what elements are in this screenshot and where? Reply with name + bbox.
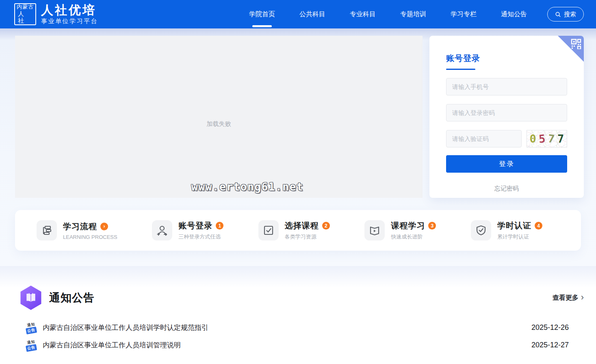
nav-item-notices[interactable]: 通知公告 bbox=[501, 0, 527, 28]
captcha-digit: 7 bbox=[557, 133, 564, 144]
logo-text: 人社优培 事业单位学习平台 bbox=[41, 3, 98, 25]
banner-placeholder: 加载失败 www.ertong61.net bbox=[15, 36, 423, 198]
page: 内蒙古 人社 人社优培 事业单位学习平台 学院首页 公共科目 专业科目 专题培训 bbox=[0, 0, 596, 364]
nav-item-home[interactable]: 学院首页 bbox=[249, 0, 275, 28]
step-title: 学习流程 bbox=[63, 221, 97, 232]
site-subtitle: 事业单位学习平台 bbox=[41, 17, 98, 25]
nav-item-study-column[interactable]: 学习专栏 bbox=[451, 0, 477, 28]
notice-list: 通知 公告 内蒙古自治区事业单位工作人员培训学时认定规范指引 2025-12-2… bbox=[0, 319, 596, 354]
step-choose-course[interactable]: 选择课程 2 各类学习资源 bbox=[258, 220, 330, 240]
login-title: 账号登录 bbox=[446, 53, 567, 64]
login-button[interactable]: 登录 bbox=[446, 155, 567, 173]
nav-label: 专业科目 bbox=[350, 10, 376, 19]
captcha-digit: 7 bbox=[548, 133, 555, 145]
captcha-image[interactable]: 0 5 7 7 bbox=[527, 130, 567, 147]
nav-label: 专题培训 bbox=[400, 10, 426, 19]
step-subtitle: 各类学习资源 bbox=[285, 233, 330, 240]
top-navbar: 内蒙古 人社 人社优培 事业单位学习平台 学院首页 公共科目 专业科目 专题培训 bbox=[0, 0, 596, 28]
main-area: 加载失败 www.ertong61.net bbox=[0, 28, 596, 266]
step-number-badge: 1 bbox=[216, 222, 223, 230]
nav-item-special-training[interactable]: 专题培训 bbox=[400, 0, 426, 28]
view-more-label: 查看更多 bbox=[553, 294, 579, 302]
shield-check-icon bbox=[471, 220, 491, 240]
step-hours-certification[interactable]: 学时认证 4 累计学时认证 bbox=[471, 220, 542, 240]
step-subtitle: 累计学时认证 bbox=[497, 233, 542, 240]
step-title: 账号登录 bbox=[178, 220, 212, 231]
search-button[interactable]: 搜索 bbox=[547, 7, 584, 22]
notice-item-title: 内蒙古自治区事业单位工作人员培训学时认定规范指引 bbox=[43, 323, 208, 332]
seal-logo: 内蒙古 人社 bbox=[14, 3, 36, 25]
notice-section: 通知公告 查看更多 › 通知 公告 内蒙古自治区事业单位工作人员培训学时认定规范… bbox=[0, 266, 596, 364]
open-book-icon bbox=[19, 286, 43, 310]
qr-code-icon[interactable] bbox=[571, 39, 581, 49]
step-subtitle: 快速成长进阶 bbox=[391, 233, 436, 240]
step-title: 学时认证 bbox=[497, 220, 531, 231]
active-underline bbox=[252, 25, 272, 27]
notice-stamp-icon: 通知 公告 bbox=[25, 338, 38, 351]
step-learning-process[interactable]: 学习流程 › LEARNING PROCESS bbox=[37, 220, 117, 240]
nav-item-professional-subjects[interactable]: 专业科目 bbox=[350, 0, 376, 28]
notice-item-date: 2025-12-26 bbox=[531, 323, 569, 332]
site-title: 人社优培 bbox=[41, 3, 98, 17]
notice-item[interactable]: 通知 公告 内蒙古自治区事业单位工作人员培训学时认定规范指引 2025-12-2… bbox=[0, 319, 596, 336]
load-failed-text: 加载失败 bbox=[207, 120, 231, 128]
captcha-digit: 0 bbox=[530, 133, 536, 144]
notice-item-title: 内蒙古自治区事业单位工作人员培训管理说明 bbox=[43, 340, 181, 350]
step-account-login[interactable]: 账号登录 1 三种登录方式任选 bbox=[152, 220, 223, 240]
step-title: 选择课程 bbox=[285, 220, 319, 231]
notice-stamp-icon: 通知 公告 bbox=[25, 321, 38, 334]
step-number-badge: 3 bbox=[428, 222, 436, 230]
arrow-badge: › bbox=[100, 223, 108, 230]
main-nav: 学院首页 公共科目 专业科目 专题培训 学习专栏 通知公告 bbox=[249, 0, 527, 28]
password-input[interactable] bbox=[446, 104, 567, 121]
watermark-text: www.ertong61.net bbox=[191, 180, 303, 193]
captcha-digit: 5 bbox=[539, 133, 546, 144]
step-number-badge: 4 bbox=[535, 222, 542, 230]
nav-label: 公共科目 bbox=[299, 10, 325, 19]
view-more-link[interactable]: 查看更多 › bbox=[553, 294, 584, 302]
login-panel: 账号登录 0 5 7 7 登录 忘记密码 bbox=[429, 36, 584, 198]
learning-steps-bar: 学习流程 › LEARNING PROCESS bbox=[15, 210, 581, 251]
seal-line2: 人社 bbox=[18, 10, 35, 24]
nav-label: 通知公告 bbox=[501, 10, 527, 19]
notice-header: 通知公告 查看更多 › bbox=[0, 286, 596, 310]
notice-item[interactable]: 通知 公告 内蒙古自治区事业单位工作人员培训管理说明 2025-12-27 bbox=[0, 336, 596, 354]
nav-label: 学院首页 bbox=[249, 10, 275, 19]
captcha-input[interactable] bbox=[446, 130, 522, 147]
notice-item-date: 2025-12-27 bbox=[531, 341, 569, 349]
seal-line1: 内蒙古 bbox=[17, 4, 34, 10]
search-icon bbox=[555, 11, 561, 17]
search-label: 搜索 bbox=[564, 11, 576, 18]
logo[interactable]: 内蒙古 人社 人社优培 事业单位学习平台 bbox=[14, 3, 98, 25]
flowchart-icon bbox=[37, 220, 57, 240]
book-play-icon bbox=[364, 220, 385, 240]
step-title: 课程学习 bbox=[391, 220, 425, 231]
step-subtitle: 三种登录方式任选 bbox=[178, 233, 223, 240]
step-subtitle: LEARNING PROCESS bbox=[63, 234, 117, 240]
step-number-badge: 2 bbox=[322, 222, 330, 230]
phone-input[interactable] bbox=[446, 78, 567, 95]
login-title-underline bbox=[446, 69, 475, 70]
nav-label: 学习专栏 bbox=[451, 10, 477, 19]
notice-section-title: 通知公告 bbox=[49, 290, 95, 305]
step-course-study[interactable]: 课程学习 3 快速成长进阶 bbox=[364, 220, 436, 240]
forgot-password-link[interactable]: 忘记密码 bbox=[429, 185, 584, 193]
nav-item-public-subjects[interactable]: 公共科目 bbox=[299, 0, 325, 28]
hero-row: 加载失败 www.ertong61.net bbox=[0, 28, 596, 198]
checkbox-check-icon bbox=[258, 220, 279, 240]
user-add-icon bbox=[152, 220, 172, 240]
chevron-right-icon: › bbox=[581, 293, 584, 302]
captcha-row: 0 5 7 7 bbox=[446, 130, 567, 147]
